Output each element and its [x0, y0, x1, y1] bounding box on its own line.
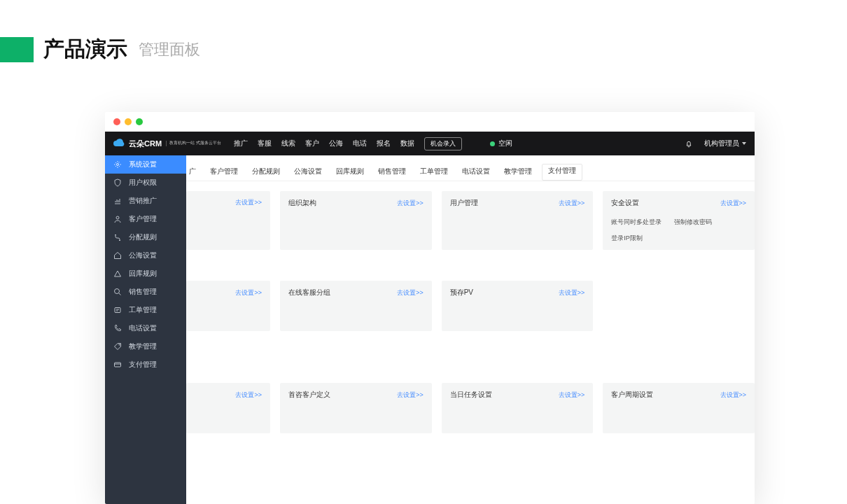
topnav-item[interactable]: 电话	[353, 139, 367, 148]
sidebar-item-label: 教学管理	[129, 342, 157, 351]
card-title: 安全设置	[611, 198, 639, 208]
sidebar-item[interactable]: 回库规则	[105, 265, 186, 283]
settings-card: 在线客服分组去设置>>	[280, 281, 432, 331]
mac-traffic-lights	[105, 112, 755, 132]
topnav-item[interactable]: 客服	[258, 139, 272, 148]
topnav: 云朵CRM 教育机构一站 式服务云平台 推广客服线索客户公海电话报名数据 机会录…	[105, 132, 755, 155]
settings-card: 划去设置>>	[186, 383, 270, 433]
app-window: 云朵CRM 教育机构一站 式服务云平台 推广客服线索客户公海电话报名数据 机会录…	[105, 112, 755, 504]
card-title: 组织架构	[288, 198, 316, 208]
cloud-icon	[113, 138, 125, 149]
ticket-icon	[113, 306, 122, 314]
settings-card: 安全设置去设置>>账号同时多处登录强制修改密码登录IP限制	[603, 191, 755, 250]
content-area: 广客户管理分配规则公海设置回库规则销售管理工单管理电话设置教学管理支付管理 去设…	[186, 155, 755, 504]
card-title: 首咨客户定义	[288, 390, 330, 400]
sidebar-item[interactable]: 工单管理	[105, 301, 186, 319]
settings-card: 用户管理去设置>>	[442, 191, 594, 250]
tab[interactable]: 支付管理	[542, 164, 582, 181]
tab[interactable]: 销售管理	[371, 164, 413, 181]
go-settings-link[interactable]: 去设置>>	[559, 199, 585, 208]
card-title: 在线客服分组	[288, 288, 330, 298]
tab-partial[interactable]: 广	[186, 164, 203, 181]
sidebar-item-label: 营销推广	[129, 196, 157, 206]
topnav-item[interactable]: 客户	[305, 139, 319, 148]
tab-row: 广客户管理分配规则公海设置回库规则销售管理工单管理电话设置教学管理支付管理	[186, 155, 755, 181]
go-settings-link[interactable]: 去设置>>	[720, 391, 747, 400]
sidebar-item-label: 回库规则	[129, 269, 157, 279]
go-settings-link[interactable]: 去设置>>	[559, 288, 585, 298]
topnav-item[interactable]: 报名	[377, 139, 391, 148]
status-label: 空闲	[498, 139, 512, 148]
logo-text: 云朵CRM	[129, 139, 162, 149]
card-icon	[113, 360, 122, 369]
user-icon	[113, 215, 122, 223]
tab[interactable]: 电话设置	[455, 164, 497, 181]
topnav-item[interactable]: 线索	[281, 139, 295, 148]
sales-icon	[113, 288, 122, 296]
tab[interactable]: 客户管理	[203, 164, 245, 181]
sidebar-item[interactable]: 分配规则	[105, 228, 186, 246]
settings-icon	[113, 160, 122, 169]
tab[interactable]: 分配规则	[245, 164, 287, 181]
sidebar-item[interactable]: 支付管理	[105, 356, 186, 374]
user-dropdown[interactable]: 机构管理员	[704, 139, 746, 148]
sidebar-item-label: 公海设置	[129, 251, 157, 260]
tab[interactable]: 回库规则	[329, 164, 371, 181]
sidebar-item[interactable]: 销售管理	[105, 283, 186, 301]
tab[interactable]: 工单管理	[413, 164, 455, 181]
sidebar-item-label: 客户管理	[129, 214, 157, 224]
settings-card: 客户周期设置去设置>>	[603, 383, 755, 433]
settings-card: 去设置>>	[186, 191, 270, 250]
triangle-icon	[113, 270, 122, 278]
close-icon[interactable]	[113, 118, 120, 125]
sidebar-item[interactable]: 客户管理	[105, 210, 186, 228]
go-settings-link[interactable]: 去设置>>	[235, 391, 262, 400]
svg-rect-3	[115, 308, 120, 313]
bell-icon[interactable]	[685, 139, 693, 148]
topnav-item[interactable]: 数据	[400, 139, 414, 148]
settings-card: 置去设置>>	[186, 281, 270, 331]
card-tag: 强制修改密码	[674, 218, 712, 227]
logo[interactable]: 云朵CRM 教育机构一站 式服务云平台	[113, 138, 221, 149]
logo-subtext: 教育机构一站 式服务云平台	[166, 141, 221, 146]
chart-icon	[113, 197, 122, 205]
phone-icon	[113, 324, 122, 332]
svg-point-1	[116, 216, 119, 219]
record-button[interactable]: 机会录入	[424, 137, 462, 150]
go-settings-link[interactable]: 去设置>>	[559, 391, 585, 400]
card-title: 用户管理	[450, 198, 478, 208]
topnav-item[interactable]: 公海	[329, 139, 343, 148]
user-label: 机构管理员	[704, 139, 739, 148]
sidebar-item[interactable]: 教学管理	[105, 337, 186, 356]
go-settings-link[interactable]: 去设置>>	[720, 199, 747, 208]
go-settings-link[interactable]: 去设置>>	[397, 391, 424, 400]
tab[interactable]: 公海设置	[287, 164, 329, 181]
sidebar-item[interactable]: 营销推广	[105, 192, 186, 210]
settings-card: 组织架构去设置>>	[280, 191, 432, 250]
sidebar-item[interactable]: 系统设置	[105, 155, 186, 174]
topnav-item[interactable]: 推广	[234, 139, 248, 148]
maximize-icon[interactable]	[136, 118, 143, 125]
sidebar-item-label: 销售管理	[129, 287, 157, 297]
go-settings-link[interactable]: 去设置>>	[235, 198, 262, 207]
svg-point-4	[119, 344, 120, 346]
card-title: 预存PV	[450, 288, 473, 298]
status-indicator[interactable]: 空闲	[490, 139, 512, 148]
sidebar-item-label: 用户权限	[129, 178, 157, 188]
sidebar-item-label: 系统设置	[129, 160, 157, 169]
page-header: 产品演示 管理面板	[0, 0, 847, 64]
accent-block	[0, 37, 34, 62]
tab[interactable]: 教学管理	[497, 164, 539, 181]
go-settings-link[interactable]: 去设置>>	[235, 288, 262, 298]
sidebar: 系统设置用户权限营销推广客户管理分配规则公海设置回库规则销售管理工单管理电话设置…	[105, 155, 186, 504]
card-tag: 账号同时多处登录	[611, 218, 662, 227]
sidebar-item[interactable]: 公海设置	[105, 246, 186, 265]
sidebar-item-label: 分配规则	[129, 232, 157, 242]
minimize-icon[interactable]	[125, 118, 132, 125]
svg-point-0	[117, 164, 119, 166]
go-settings-link[interactable]: 去设置>>	[397, 199, 424, 208]
sidebar-item[interactable]: 电话设置	[105, 319, 186, 337]
card-title: 当日任务设置	[450, 390, 492, 400]
sidebar-item[interactable]: 用户权限	[105, 174, 186, 192]
go-settings-link[interactable]: 去设置>>	[397, 288, 424, 298]
